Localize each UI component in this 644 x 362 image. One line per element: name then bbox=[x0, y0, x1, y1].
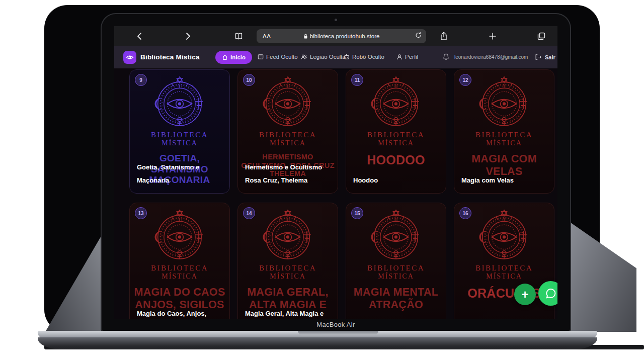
category-card[interactable]: 14 BIBLIOTECA MÍSTICA MAGIA GERAL, ALTA … bbox=[237, 203, 338, 319]
brand-title: Biblioteca Mística bbox=[140, 53, 200, 61]
cover-brand-line1: BIBLIOTECA bbox=[454, 264, 554, 273]
card-number-badge: 9 bbox=[135, 74, 147, 86]
bookmarks-icon[interactable] bbox=[234, 33, 243, 40]
forward-icon[interactable] bbox=[185, 32, 191, 40]
new-tab-icon[interactable] bbox=[489, 33, 496, 40]
card-cover: BIBLIOTECA MÍSTICA MAGIA GERAL, ALTA MAG… bbox=[238, 203, 338, 311]
cover-brand: BIBLIOTECA MÍSTICA bbox=[238, 264, 338, 280]
user-icon bbox=[396, 54, 403, 60]
users-icon bbox=[301, 54, 307, 60]
tabs-overview-icon[interactable] bbox=[537, 32, 545, 40]
content-area: 9 BIBLIOTECA MÍSTICA GOETIA, SATANISMO M… bbox=[114, 68, 557, 319]
back-icon[interactable] bbox=[136, 32, 142, 40]
cover-brand: BIBLIOTECA MÍSTICA bbox=[130, 131, 229, 147]
browser-toolbar: AA biblioteca.produtohub.store bbox=[114, 26, 557, 47]
cover-brand-line2: MÍSTICA bbox=[238, 139, 338, 147]
mystic-seal-icon bbox=[478, 209, 530, 261]
card-label: Magia com Velas bbox=[461, 174, 550, 193]
card-cover: BIBLIOTECA MÍSTICA MAGIA COM VELAS bbox=[454, 70, 554, 177]
card-label: Magia do Caos, Anjos, bbox=[137, 307, 225, 319]
cover-brand-line1: BIBLIOTECA bbox=[346, 131, 446, 139]
nav-item-perfil[interactable]: Perfil bbox=[396, 54, 418, 60]
category-card[interactable]: 15 BIBLIOTECA MÍSTICA MAGIA MENTAL ATRAÇ… bbox=[346, 203, 446, 319]
cover-brand: BIBLIOTECA MÍSTICA bbox=[454, 264, 554, 280]
category-card[interactable]: 12 BIBLIOTECA MÍSTICA MAGIA COM VELAS Ma… bbox=[454, 69, 554, 194]
cover-brand-line2: MÍSTICA bbox=[346, 273, 446, 281]
category-card[interactable]: 13 BIBLIOTECA MÍSTICA MAGIA DO CAOS ANJO… bbox=[129, 203, 230, 319]
logout-button[interactable]: Sair bbox=[535, 54, 555, 60]
card-label: Hoodoo bbox=[353, 174, 442, 193]
cover-brand: BIBLIOTECA MÍSTICA bbox=[130, 264, 229, 280]
chat-bubble-icon bbox=[545, 288, 557, 300]
card-number-badge: 12 bbox=[459, 74, 471, 86]
category-card[interactable]: 11 BIBLIOTECA MÍSTICA HOODOO Hoodoo bbox=[346, 69, 446, 194]
cover-brand: BIBLIOTECA MÍSTICA bbox=[454, 131, 554, 147]
card-label: Magia Geral, Alta Magia e bbox=[245, 307, 334, 319]
card-number-badge: 16 bbox=[459, 207, 471, 219]
laptop-lid: AA biblioteca.produtohub.store bbox=[101, 13, 571, 332]
mystic-seal-icon bbox=[370, 209, 422, 261]
cover-brand-line1: BIBLIOTECA bbox=[238, 264, 338, 273]
lock-icon bbox=[303, 33, 308, 39]
logout-icon bbox=[535, 54, 541, 60]
laptop-base-right-side bbox=[570, 222, 636, 332]
nav-item-feed-oculto[interactable]: Feed Oculto bbox=[258, 54, 298, 60]
mystic-seal-icon bbox=[262, 209, 314, 261]
mystic-seal-icon bbox=[370, 76, 422, 128]
cover-brand-line1: BIBLIOTECA bbox=[346, 264, 446, 273]
cover-brand-line2: MÍSTICA bbox=[454, 139, 554, 147]
feed-icon bbox=[258, 54, 264, 60]
macbook-mockup: AA biblioteca.produtohub.store bbox=[0, 0, 644, 362]
notifications-bell-icon[interactable] bbox=[443, 53, 449, 60]
add-fab-button[interactable]: + bbox=[514, 284, 536, 305]
laptop-base-notch bbox=[298, 331, 378, 335]
card-number-badge: 15 bbox=[351, 207, 363, 219]
cover-brand-line2: MÍSTICA bbox=[130, 273, 229, 281]
mystic-seal-icon bbox=[153, 76, 206, 128]
cover-brand: BIBLIOTECA MÍSTICA bbox=[346, 131, 446, 147]
site-navbar: Biblioteca Mística Inicio Feed Oculto Le… bbox=[114, 46, 557, 69]
cards-grid: 9 BIBLIOTECA MÍSTICA GOETIA, SATANISMO M… bbox=[129, 69, 557, 319]
nav-item-robo-oculto[interactable]: Robô Oculto bbox=[344, 54, 384, 60]
cover-brand-line2: MÍSTICA bbox=[454, 273, 554, 281]
device-label: MacBook Air bbox=[101, 321, 571, 328]
eye-icon bbox=[126, 53, 134, 61]
robot-icon bbox=[344, 54, 350, 60]
webcam-dot bbox=[335, 19, 337, 21]
cover-brand-line2: MÍSTICA bbox=[238, 273, 338, 281]
url-text: biblioteca.produtohub.store bbox=[310, 33, 380, 39]
cover-brand: BIBLIOTECA MÍSTICA bbox=[238, 131, 338, 147]
cover-brand-line1: BIBLIOTECA bbox=[238, 131, 338, 139]
cover-brand-line1: BIBLIOTECA bbox=[454, 131, 554, 139]
share-icon[interactable] bbox=[440, 32, 447, 41]
browser-window: AA biblioteca.produtohub.store bbox=[114, 26, 557, 319]
home-icon bbox=[222, 54, 228, 60]
category-card[interactable]: 9 BIBLIOTECA MÍSTICA GOETIA, SATANISMO M… bbox=[129, 69, 230, 194]
user-email: leonardovieira68478@gmail.com bbox=[454, 54, 528, 60]
cover-title: HOODOO bbox=[349, 153, 443, 167]
mystic-seal-icon bbox=[262, 76, 314, 128]
mystic-seal-icon bbox=[478, 76, 530, 128]
address-bar[interactable]: AA biblioteca.produtohub.store bbox=[257, 29, 426, 43]
nav-item-inicio[interactable]: Inicio bbox=[215, 51, 252, 64]
card-cover: BIBLIOTECA MÍSTICA MAGIA DO CAOS ANJOS, … bbox=[130, 203, 229, 311]
card-number-badge: 11 bbox=[351, 74, 363, 86]
laptop-base-underside bbox=[38, 337, 597, 349]
cover-brand: BIBLIOTECA MÍSTICA bbox=[346, 264, 446, 280]
cover-brand-line2: MÍSTICA bbox=[346, 139, 446, 147]
card-label: Goetia, Satanismo e Maçonaria bbox=[137, 161, 225, 193]
nav-item-legiao-oculta[interactable]: Legião Oculta bbox=[301, 54, 346, 60]
cover-brand-line2: MÍSTICA bbox=[130, 139, 229, 147]
card-cover: BIBLIOTECA MÍSTICA MAGIA MENTAL ATRAÇÃO bbox=[346, 203, 446, 311]
cover-brand-line1: BIBLIOTECA bbox=[130, 264, 229, 273]
card-label: Hermetismo e Ocultismo Rosa Cruz, Thelem… bbox=[245, 161, 334, 193]
mystic-seal-icon bbox=[153, 209, 206, 261]
card-number-badge: 14 bbox=[243, 207, 255, 219]
cover-brand-line1: BIBLIOTECA bbox=[130, 131, 229, 139]
category-card[interactable]: 10 BIBLIOTECA MÍSTICA HERMETISMO OCULTIS… bbox=[237, 69, 338, 194]
brand-logo[interactable] bbox=[123, 51, 136, 64]
reload-icon[interactable] bbox=[415, 32, 422, 41]
category-card[interactable]: 16 BIBLIOTECA MÍSTICA ORÁCULOS bbox=[454, 203, 554, 319]
cover-title: MAGIA MENTAL ATRAÇÃO bbox=[349, 286, 443, 310]
card-number-badge: 13 bbox=[135, 207, 147, 219]
